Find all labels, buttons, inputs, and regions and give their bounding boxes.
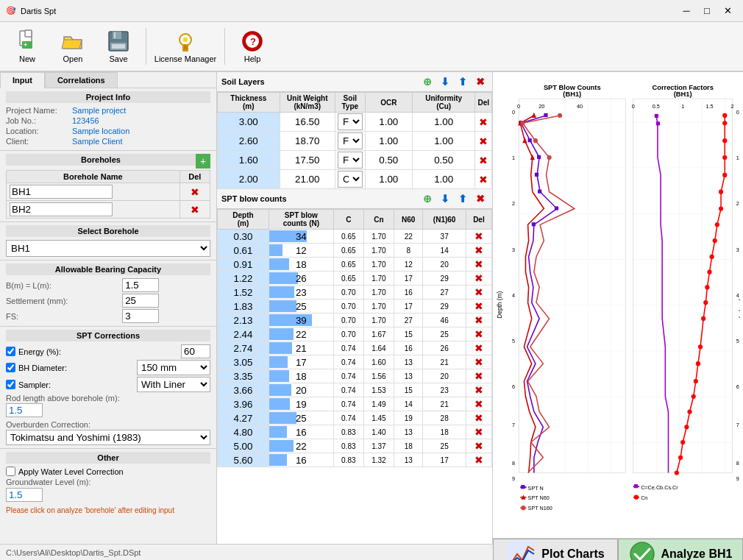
spt-depth-3[interactable] (229, 273, 257, 284)
spt-del-6[interactable]: ✖ (474, 314, 483, 326)
spt-n-14[interactable] (282, 427, 319, 438)
spt-depth-16[interactable] (229, 455, 257, 466)
plot-charts-button[interactable]: Plot Charts (493, 539, 618, 561)
fs-input[interactable] (122, 309, 159, 323)
water-correction-checkbox[interactable] (6, 467, 15, 476)
help-button[interactable]: ? Help (231, 25, 274, 68)
spt-del-3[interactable]: ✖ (474, 272, 483, 284)
soil-unitweight-1[interactable] (282, 135, 333, 146)
spt-del-12[interactable]: ✖ (474, 398, 483, 410)
soil-cu-1[interactable] (415, 135, 472, 146)
soil-type-select-1[interactable]: FineCoarse (338, 132, 363, 149)
overburden-select[interactable]: Tokimatsu and Yoshimi (1983) Liao and Wh… (6, 430, 210, 445)
add-borehole-button[interactable]: + (196, 154, 210, 169)
spt-n-7[interactable] (282, 329, 319, 340)
bh-diam-select[interactable]: 150 mm 115 mm 200 mm (137, 360, 210, 375)
soil-type-select-3[interactable]: FineCoarse (338, 171, 363, 188)
spt-del-4[interactable]: ✖ (474, 286, 483, 298)
soil-cu-0[interactable] (415, 116, 472, 127)
soil-thickness-0[interactable] (220, 116, 277, 127)
soil-del-0[interactable]: ✖ (479, 116, 488, 128)
spt-import-icon[interactable]: ⬇ (438, 191, 452, 206)
soil-cu-3[interactable] (415, 174, 472, 185)
spt-depth-7[interactable] (229, 329, 257, 340)
spt-export-icon[interactable]: ⬆ (455, 191, 470, 206)
spt-depth-0[interactable] (229, 231, 257, 242)
bh1-delete-icon[interactable]: ✖ (191, 186, 199, 198)
spt-n-9[interactable] (282, 357, 319, 368)
spt-n-12[interactable] (282, 399, 319, 410)
soil-del-1[interactable]: ✖ (479, 135, 488, 147)
spt-depth-10[interactable] (229, 371, 257, 382)
soil-add-row-icon[interactable]: ⊕ (420, 74, 435, 89)
soil-export-icon[interactable]: ⬆ (455, 74, 470, 89)
bh1-input[interactable] (10, 185, 113, 199)
spt-del-0[interactable]: ✖ (474, 230, 483, 242)
tab-input[interactable]: Input (0, 72, 45, 88)
spt-n-6[interactable] (282, 315, 319, 326)
spt-n-16[interactable] (282, 455, 319, 466)
spt-n-0[interactable] (282, 231, 319, 242)
spt-depth-11[interactable] (229, 385, 257, 396)
spt-depth-2[interactable] (229, 259, 257, 270)
soil-unitweight-2[interactable] (282, 155, 333, 166)
groundwater-input[interactable] (6, 488, 43, 502)
soil-unitweight-3[interactable] (282, 174, 333, 185)
soil-thickness-1[interactable] (220, 135, 277, 146)
analyze-button[interactable]: Analyze BH1 (618, 539, 743, 561)
spt-del-15[interactable]: ✖ (474, 440, 483, 452)
spt-add-row-icon[interactable]: ⊕ (420, 191, 435, 206)
soil-del-3[interactable]: ✖ (479, 174, 488, 185)
energy-checkbox[interactable] (6, 347, 15, 356)
soil-delete-icon[interactable]: ✖ (473, 74, 488, 89)
spt-n-4[interactable] (282, 287, 319, 298)
spt-depth-8[interactable] (229, 343, 257, 354)
spt-depth-12[interactable] (229, 399, 257, 410)
save-button[interactable]: Save (97, 25, 140, 68)
tab-correlations[interactable]: Correlations (45, 72, 118, 88)
soil-type-select-2[interactable]: FineCoarse (338, 152, 363, 169)
spt-del-1[interactable]: ✖ (474, 244, 483, 256)
spt-n-3[interactable] (282, 273, 319, 284)
soil-thickness-3[interactable] (220, 174, 277, 185)
soil-del-2[interactable]: ✖ (479, 155, 488, 166)
new-button[interactable]: + New (6, 25, 49, 68)
spt-n-8[interactable] (282, 343, 319, 354)
soil-type-select-0[interactable]: FineCoarse (338, 113, 363, 130)
spt-n-5[interactable] (282, 301, 319, 312)
sampler-select[interactable]: With Liner Without Liner (137, 377, 210, 392)
spt-n-1[interactable] (282, 245, 319, 256)
spt-depth-13[interactable] (229, 413, 257, 424)
spt-del-5[interactable]: ✖ (474, 300, 483, 312)
spt-del-14[interactable]: ✖ (474, 426, 483, 438)
borehole-select[interactable]: BH1 BH2 (6, 240, 210, 257)
b-input[interactable] (122, 278, 159, 292)
bh2-input[interactable] (10, 202, 113, 216)
spt-del-10[interactable]: ✖ (474, 370, 483, 382)
soil-cu-2[interactable] (415, 155, 472, 166)
maximize-button[interactable]: □ (697, 4, 717, 18)
spt-del-2[interactable]: ✖ (474, 258, 483, 270)
bh-diam-checkbox[interactable] (6, 363, 15, 372)
spt-delete-icon[interactable]: ✖ (473, 191, 488, 206)
minimize-button[interactable]: ─ (677, 4, 696, 18)
spt-n-2[interactable] (282, 259, 319, 270)
spt-depth-4[interactable] (229, 287, 257, 298)
spt-depth-6[interactable] (229, 315, 257, 326)
license-manager-button[interactable]: License Manager (152, 25, 218, 68)
open-button[interactable]: Open (51, 25, 94, 68)
spt-n-13[interactable] (282, 413, 319, 424)
soil-ocr-2[interactable] (368, 155, 410, 166)
close-button[interactable]: ✕ (718, 4, 737, 18)
spt-del-11[interactable]: ✖ (474, 384, 483, 396)
soil-unitweight-0[interactable] (282, 116, 333, 127)
spt-n-10[interactable] (282, 371, 319, 382)
spt-del-7[interactable]: ✖ (474, 328, 483, 340)
soil-ocr-1[interactable] (368, 135, 410, 146)
spt-depth-15[interactable] (229, 441, 257, 452)
spt-n-15[interactable] (282, 441, 319, 452)
spt-n-11[interactable] (282, 385, 319, 396)
rod-input[interactable] (6, 403, 43, 417)
spt-del-8[interactable]: ✖ (474, 342, 483, 354)
soil-ocr-0[interactable] (368, 116, 410, 127)
